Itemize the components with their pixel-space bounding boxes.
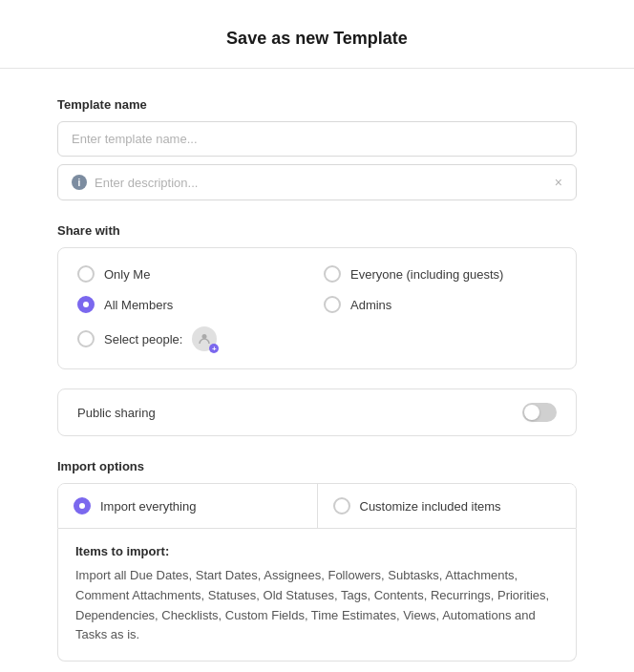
modal-header: Save as new Template — [0, 19, 634, 69]
plus-badge-icon: + — [209, 344, 219, 353]
info-icon: i — [72, 175, 87, 190]
description-left: i Enter description... — [72, 175, 198, 190]
customize-items-option[interactable]: Customize included items — [318, 484, 577, 528]
radio-circle-all-members — [77, 296, 95, 313]
radio-only-me[interactable]: Only Me — [77, 265, 310, 283]
modal-body: Template name i Enter description... × S… — [0, 97, 634, 662]
customize-items-label: Customize included items — [360, 499, 501, 514]
items-to-import-description: Import all Due Dates, Start Dates, Assig… — [75, 566, 559, 645]
radio-import-everything — [74, 497, 91, 514]
template-name-section: Template name i Enter description... × — [57, 97, 577, 200]
modal-container: Save as new Template Template name i Ent… — [0, 0, 634, 672]
import-everything-option[interactable]: Import everything — [58, 484, 318, 528]
import-options-label: Import options — [57, 459, 577, 473]
radio-everyone[interactable]: Everyone (including guests) — [324, 265, 557, 283]
import-section: Import options Import everything Customi… — [57, 459, 577, 662]
radio-label-all-members: All Members — [104, 298, 173, 312]
description-row[interactable]: i Enter description... × — [57, 164, 577, 200]
radio-select-people[interactable]: Select people: + — [77, 326, 310, 351]
share-with-section: Share with Only Me Everyone (including g… — [57, 223, 577, 369]
add-person-avatar[interactable]: + — [192, 326, 217, 351]
radio-label-everyone: Everyone (including guests) — [350, 267, 503, 282]
radio-circle-admins — [324, 296, 341, 313]
close-description-button[interactable]: × — [555, 175, 562, 190]
items-to-import-title: Items to import: — [75, 544, 559, 558]
items-to-import-box: Items to import: Import all Due Dates, S… — [57, 529, 577, 662]
radio-label-admins: Admins — [350, 298, 391, 312]
template-name-input[interactable] — [57, 121, 577, 157]
import-options-row: Import everything Customize included ite… — [57, 483, 577, 529]
public-sharing-toggle[interactable] — [522, 403, 557, 422]
person-icon — [198, 332, 211, 346]
radio-circle-everyone — [324, 265, 341, 283]
template-name-label: Template name — [57, 97, 577, 112]
radio-label-only-me: Only Me — [104, 267, 150, 282]
radio-circle-select-people — [77, 330, 95, 347]
share-with-label: Share with — [57, 223, 577, 238]
public-sharing-box: Public sharing — [57, 388, 577, 436]
import-everything-label: Import everything — [100, 499, 196, 514]
public-sharing-label: Public sharing — [77, 406, 156, 420]
radio-label-select-people: Select people: — [104, 332, 182, 346]
radio-circle-only-me — [77, 265, 95, 283]
radio-customize-items — [333, 497, 350, 514]
modal-title: Save as new Template — [19, 29, 615, 49]
description-placeholder-text: Enter description... — [95, 176, 198, 190]
radio-all-members[interactable]: All Members — [77, 296, 310, 313]
radio-admins[interactable]: Admins — [324, 296, 557, 313]
share-options-box: Only Me Everyone (including guests) All … — [57, 247, 577, 369]
